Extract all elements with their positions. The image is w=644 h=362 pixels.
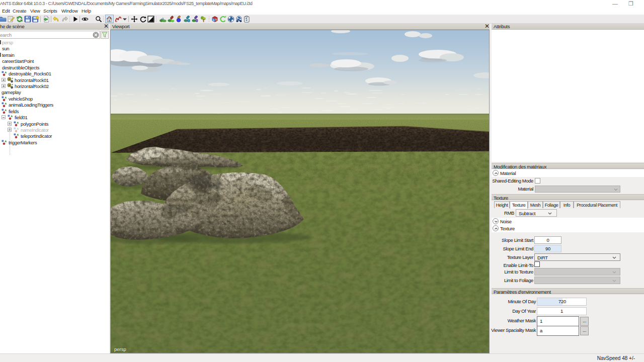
svg-text:B: B [215,19,217,21]
svg-text:A: A [213,19,214,22]
